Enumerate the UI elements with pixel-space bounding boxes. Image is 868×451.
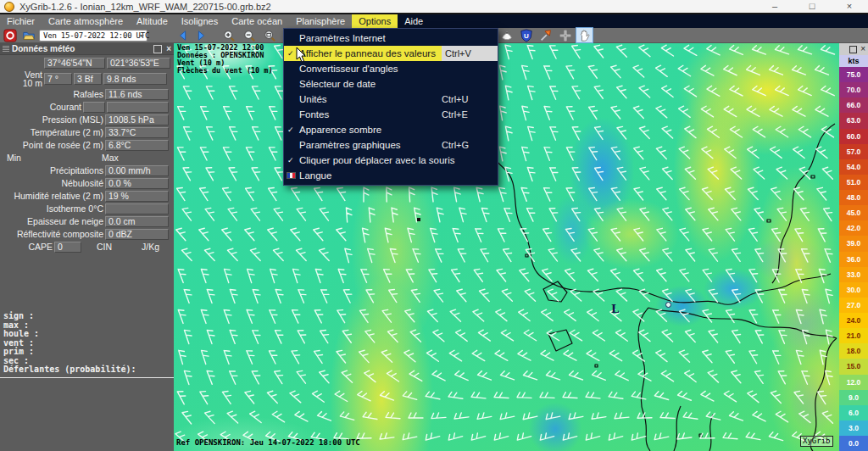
next-arrow-icon[interactable] <box>192 28 209 42</box>
menu-item-carte-atmosphere[interactable]: Carte atmosphère <box>42 14 130 28</box>
options-item-label: Langue <box>299 170 331 181</box>
colorbar-tick: 66.0 <box>839 97 868 113</box>
shield-icon[interactable]: U <box>518 28 534 42</box>
sidebar-value-box <box>83 102 105 113</box>
minimize-button[interactable]: – <box>756 0 793 13</box>
sidebar-label: Précipitations <box>2 165 103 176</box>
menu-item-aide[interactable]: Aide <box>398 14 430 28</box>
colorbar-tick: 42.0 <box>839 220 868 236</box>
colorbar-tick: 39.0 <box>839 236 868 251</box>
check-icon: ✓ <box>287 49 294 58</box>
svg-text:U: U <box>524 31 529 39</box>
weather-panel-title: Données météo <box>12 44 75 53</box>
zoom-out-icon[interactable] <box>241 28 257 42</box>
options-item-fontes[interactable]: FontesCtrl+E <box>284 107 498 122</box>
sidebar-value-box: 7 ° <box>44 73 72 85</box>
weather-data-rows: 37°46'54"N021°36'53"EVent10 m7 °3 Bf9.8 … <box>0 55 174 254</box>
sidebar-row: Pression (MSL)1008.5 hPa <box>2 114 172 125</box>
options-item-parametres-internet[interactable]: Paramètres Internet <box>284 31 498 46</box>
open-file-icon[interactable] <box>20 28 36 42</box>
grib-reference-text: Ref OPENSKIRON: Jeu 14-07-2022 18:00 UTC <box>176 438 360 447</box>
sidebar-row: MinMax <box>2 153 172 164</box>
prev-arrow-icon[interactable] <box>175 28 191 42</box>
sidebar-header: Max <box>97 153 178 164</box>
dart-icon[interactable] <box>537 28 554 42</box>
colorbar-tick: 70.0 <box>839 82 868 97</box>
window-titlebar: XyGrib-1.2.6 - Ionian_12km_WRF_WAM_22071… <box>0 0 868 14</box>
colorbar-tick: 51.0 <box>839 175 868 190</box>
sidebar-label: Point de rosée (2 m) <box>2 140 103 151</box>
options-item-langue[interactable]: Langue <box>284 168 498 183</box>
sidebar-label: CIN <box>83 242 112 253</box>
shortcut-label <box>442 122 498 137</box>
colorbar-tick: 9.0 <box>839 390 868 405</box>
panel-close-icon[interactable]: × <box>166 45 171 53</box>
maximize-button[interactable]: □ <box>793 0 831 13</box>
shortcut-label: Ctrl+E <box>442 107 498 122</box>
menu-item-carte-ocean[interactable]: Carte océan <box>225 14 289 28</box>
sidebar-label: Isotherme 0°C <box>2 203 103 214</box>
options-item-unites[interactable]: UnitésCtrl+U <box>284 92 498 107</box>
sidebar-value-box: 6.8°C <box>105 140 169 151</box>
options-item-label: Afficher le panneau des valeurs <box>299 48 436 58</box>
sidebar-value-box: 37°46'54"N <box>44 58 105 69</box>
station-circle-marker <box>665 302 671 308</box>
menu-item-altitude[interactable]: Altitude <box>130 14 175 28</box>
options-item-selecteur-de-date[interactable]: Sélecteur de date <box>284 76 498 92</box>
colorbar-tick: 63.0 <box>839 113 868 128</box>
options-item-label: Unités <box>299 94 327 104</box>
sidebar-row: Courant <box>2 102 172 113</box>
zoom-select-icon[interactable] <box>261 28 277 42</box>
sidebar-value-box: 33.7°C <box>105 127 169 138</box>
menu-item-fichier[interactable]: Fichier <box>0 14 42 28</box>
colorbar-scale: 75.070.066.063.060.057.054.051.048.045.0… <box>839 67 868 451</box>
colorbar-float-icon[interactable] <box>849 46 857 53</box>
panel-grip-icon <box>3 46 9 53</box>
menubar-fill: Aide <box>398 14 868 28</box>
sidebar-label: Rafales <box>2 89 103 100</box>
map-canvas[interactable]: Ven 15-07-2022 12:00 Données : OPENSKIRO… <box>174 43 839 451</box>
sidebar-value-box: 0 dBZ <box>105 229 169 240</box>
bird-icon[interactable] <box>498 28 515 42</box>
sidebar-value-box: 1008.5 hPa <box>105 114 169 125</box>
menu-item-planisphere[interactable]: Planisphère <box>289 14 352 28</box>
colorbar-tick: 54.0 <box>839 159 868 175</box>
sidebar-row: Précipitations0.00 mm/h <box>2 165 172 176</box>
zoom-in-icon[interactable] <box>220 28 236 42</box>
sidebar-label: Humidité relative (2 m) <box>2 191 103 202</box>
options-item-parametres-graphiques[interactable]: Paramètres graphiquesCtrl+G <box>284 137 498 153</box>
panel-float-icon[interactable] <box>153 45 162 53</box>
options-item-label: Fontes <box>299 109 329 120</box>
options-item-label: Cliquer pour déplacer avec la souris <box>299 155 454 165</box>
datetime-combobox[interactable]: Ven 15-07-2022 12:00 UTC <box>39 30 147 42</box>
options-item-afficher-le-panneau-des-valeurs[interactable]: ✓Afficher le panneau des valeursCtrl+V <box>284 46 498 61</box>
close-button[interactable]: × <box>831 0 868 13</box>
options-item-apparence-sombre[interactable]: ✓Apparence sombre <box>284 122 498 137</box>
shortcut-label <box>454 153 498 168</box>
colorbar-tick: 12.0 <box>839 375 868 390</box>
sidebar-separator <box>0 377 174 378</box>
stop-icon[interactable] <box>2 28 18 42</box>
sidebar-label: J/Kg <box>127 242 159 253</box>
toolbar-right-group: U <box>498 28 593 42</box>
colorbar-close-icon[interactable]: × <box>860 45 865 53</box>
colorbar-tick: 75.0 <box>839 67 868 82</box>
crosshair-icon[interactable] <box>557 28 573 42</box>
colorbar-unit-label: kts <box>839 55 868 67</box>
shortcut-label <box>442 168 498 183</box>
weather-panel-titlebar[interactable]: Données météo × <box>0 43 174 55</box>
colorbar-tick: 21.0 <box>839 328 868 343</box>
sidebar-label: Pression (MSL) <box>2 114 103 125</box>
hand-pan-icon[interactable] <box>576 28 593 42</box>
menu-item-isolignes[interactable]: Isolignes <box>175 14 225 28</box>
menu-item-options[interactable]: Options <box>352 14 398 28</box>
options-item-cliquer-pour-deplacer-avec-la-souris[interactable]: ✓Cliquer pour déplacer avec la souris <box>284 153 498 168</box>
sidebar-row: Epaisseur de neige0.0 cm <box>2 216 172 227</box>
sidebar-row: Humidité relative (2 m)19 % <box>2 191 172 202</box>
colorbar-tick: 18.0 <box>839 343 868 359</box>
sidebar-row: Point de rosée (2 m)6.8°C <box>2 140 172 151</box>
sidebar-row: Isotherme 0°C <box>2 203 172 214</box>
spacer <box>114 242 125 253</box>
shortcut-label <box>442 61 498 76</box>
options-item-convertisseur-d-angles[interactable]: Convertisseur d'angles <box>284 61 498 76</box>
